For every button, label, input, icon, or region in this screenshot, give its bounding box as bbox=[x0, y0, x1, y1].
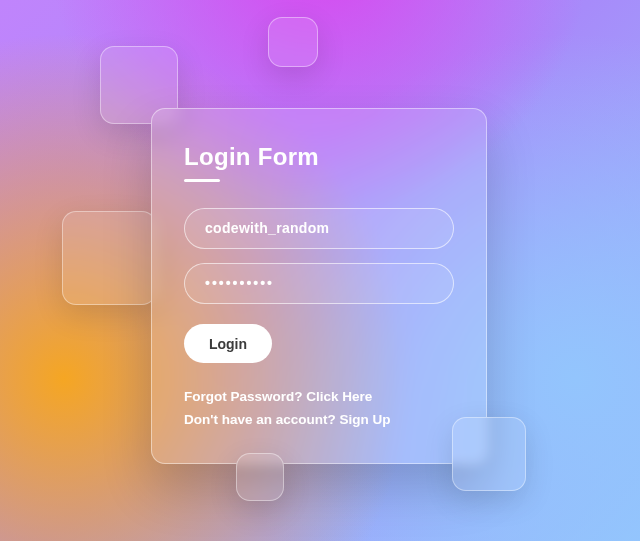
decorative-square bbox=[268, 17, 318, 67]
forgot-password-row: Forgot Password? Click Here bbox=[184, 389, 454, 404]
signup-row: Don't have an account? Sign Up bbox=[184, 412, 454, 427]
login-card: Login Form Login Forgot Password? Click … bbox=[151, 108, 487, 464]
decorative-square bbox=[62, 211, 156, 305]
signup-label: Don't have an account? bbox=[184, 412, 339, 427]
decorative-square bbox=[236, 453, 284, 501]
forgot-password-link[interactable]: Click Here bbox=[306, 389, 372, 404]
title-underline bbox=[184, 179, 220, 182]
username-input[interactable] bbox=[184, 208, 454, 249]
signup-link[interactable]: Sign Up bbox=[339, 412, 390, 427]
forgot-password-label: Forgot Password? bbox=[184, 389, 306, 404]
login-button[interactable]: Login bbox=[184, 324, 272, 363]
decorative-square bbox=[452, 417, 526, 491]
form-title: Login Form bbox=[184, 143, 454, 171]
password-input[interactable] bbox=[184, 263, 454, 304]
